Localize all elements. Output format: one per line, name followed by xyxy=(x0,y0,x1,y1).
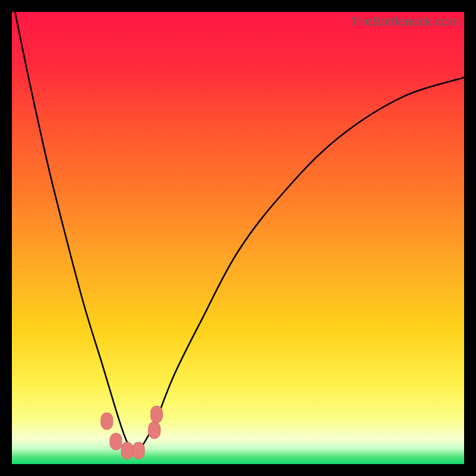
highlight-marker xyxy=(101,413,113,430)
highlight-marker xyxy=(110,433,122,450)
chart-svg xyxy=(12,12,464,464)
gradient-background xyxy=(12,12,464,464)
highlight-marker xyxy=(133,442,145,459)
highlight-marker xyxy=(151,406,162,422)
highlight-marker xyxy=(148,422,160,439)
chart-frame: TheBottleneck.com xyxy=(12,12,464,464)
highlight-marker xyxy=(121,442,133,459)
watermark-text: TheBottleneck.com xyxy=(350,14,459,29)
